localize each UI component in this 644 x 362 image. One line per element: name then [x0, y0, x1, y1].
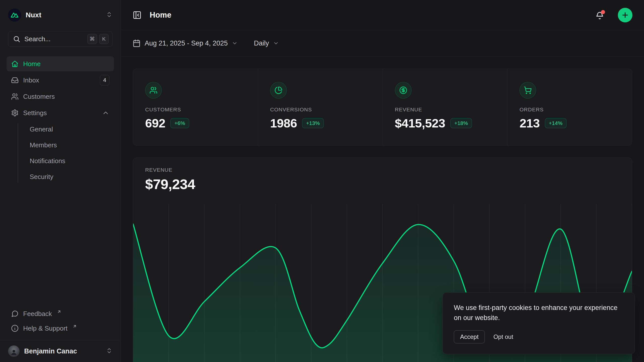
stat-delta-badge: +14% — [545, 118, 567, 128]
dollar-circle-icon — [395, 82, 412, 99]
stat-value: 213 — [519, 116, 540, 130]
chevrons-up-down-icon — [106, 347, 112, 355]
search-placeholder: Search... — [24, 35, 83, 43]
sidebar-item-members[interactable]: Members — [26, 138, 114, 153]
search-input[interactable]: Search... ⌘ K — [8, 31, 112, 47]
calendar-icon — [133, 39, 141, 47]
users-icon — [145, 82, 162, 99]
stat-value: $415,523 — [395, 116, 445, 130]
chevron-up-icon — [102, 109, 109, 117]
sidebar-nav: Home Inbox 4 Customers Settings General … — [7, 56, 114, 185]
sidebar: Nuxt Search... ⌘ K Home Inbox 4 Customer… — [0, 0, 121, 362]
chevrons-up-down-icon — [106, 11, 112, 19]
sidebar-item-label: Home — [23, 60, 109, 68]
panel-left-close-icon — [133, 11, 142, 20]
sidebar-item-label: Settings — [23, 109, 97, 117]
cookie-message: We use first-party cookies to enhance yo… — [454, 303, 624, 323]
page-title: Home — [148, 11, 589, 20]
help-support-label: Help & Support — [23, 325, 67, 332]
settings-subnav: General Members Notifications Security — [7, 122, 114, 184]
interval-select[interactable]: Daily — [254, 39, 279, 47]
collapse-sidebar-button[interactable] — [133, 11, 142, 20]
pie-chart-icon — [270, 82, 287, 99]
sub-item-label: Notifications — [30, 157, 65, 165]
sub-item-label: Security — [30, 173, 53, 181]
notification-dot — [601, 10, 605, 14]
sidebar-item-general[interactable]: General — [26, 122, 114, 137]
external-link-icon — [72, 323, 77, 330]
sidebar-item-home[interactable]: Home — [7, 56, 114, 71]
nuxt-logo-icon — [8, 9, 21, 22]
sidebar-footer: Feedback Help & Support — [0, 306, 120, 340]
sidebar-spacer — [0, 185, 120, 306]
accept-cookies-button[interactable]: Accept — [454, 330, 485, 343]
cookie-banner: We use first-party cookies to enhance yo… — [442, 292, 635, 354]
stat-label: Customers — [145, 107, 246, 113]
user-menu[interactable]: Benjamin Canac — [0, 340, 120, 362]
sub-item-label: General — [30, 125, 53, 133]
notifications-button[interactable] — [595, 11, 604, 20]
avatar — [8, 345, 20, 357]
sub-item-label: Members — [30, 141, 57, 149]
sidebar-item-label: Customers — [23, 93, 109, 101]
chevron-down-icon — [273, 40, 279, 46]
date-range-value: Aug 21, 2025 - Sep 4, 2025 — [145, 39, 228, 47]
stat-label: Orders — [519, 107, 620, 113]
stat-value: 1986 — [270, 116, 297, 130]
stat-revenue[interactable]: Revenue $415,523 +18% — [383, 69, 507, 145]
stat-delta-badge: +18% — [450, 118, 472, 128]
workspace-name: Nuxt — [26, 11, 101, 19]
stats-panel: Customers 692 +6% Conversions 1986 +13% — [133, 69, 632, 146]
kbd-k: K — [99, 34, 109, 44]
stat-label: Revenue — [395, 107, 495, 113]
user-name: Benjamin Canac — [24, 347, 101, 355]
filters-toolbar: Aug 21, 2025 - Sep 4, 2025 Daily — [121, 30, 644, 57]
opt-out-button[interactable]: Opt out — [493, 333, 513, 340]
chevron-down-icon — [232, 40, 238, 46]
page-header: Home — [121, 0, 644, 30]
feedback-link[interactable]: Feedback — [7, 306, 114, 321]
kbd-cmd: ⌘ — [87, 34, 97, 44]
gear-icon — [11, 109, 19, 117]
sidebar-item-notifications[interactable]: Notifications — [26, 153, 114, 168]
users-icon — [11, 93, 19, 100]
stat-orders[interactable]: Orders 213 +14% — [507, 69, 632, 145]
message-bubble-icon — [11, 310, 19, 318]
feedback-label: Feedback — [23, 310, 52, 318]
add-button[interactable] — [618, 8, 632, 22]
team-switcher[interactable]: Nuxt — [0, 0, 120, 28]
revenue-chart-header: REVENUE $79,234 — [133, 158, 632, 204]
revenue-chart-title: REVENUE — [145, 167, 620, 173]
stat-customers[interactable]: Customers 692 +6% — [133, 69, 258, 145]
inbox-count-badge: 4 — [100, 75, 109, 85]
sidebar-item-security[interactable]: Security — [26, 169, 114, 184]
sidebar-item-inbox[interactable]: Inbox 4 — [7, 73, 114, 88]
search-icon — [13, 35, 20, 43]
date-range-picker[interactable]: Aug 21, 2025 - Sep 4, 2025 — [133, 39, 238, 47]
interval-value: Daily — [254, 39, 269, 47]
plus-icon — [621, 11, 629, 19]
external-link-icon — [57, 308, 61, 316]
help-support-link[interactable]: Help & Support — [7, 321, 114, 336]
sidebar-item-label: Inbox — [23, 76, 95, 84]
stat-delta-badge: +13% — [302, 118, 324, 128]
revenue-chart-total: $79,234 — [145, 176, 620, 192]
stat-delta-badge: +6% — [170, 118, 189, 128]
stat-label: Conversions — [270, 107, 371, 113]
sidebar-item-customers[interactable]: Customers — [7, 89, 114, 104]
info-circle-icon — [11, 325, 19, 332]
home-icon — [11, 60, 19, 68]
inbox-icon — [11, 76, 19, 84]
shopping-cart-icon — [519, 82, 536, 99]
sidebar-item-settings[interactable]: Settings — [7, 105, 114, 120]
stat-conversions[interactable]: Conversions 1986 +13% — [258, 69, 383, 145]
search-shortcut: ⌘ K — [87, 34, 109, 44]
cookie-actions: Accept Opt out — [454, 330, 624, 343]
stat-value: 692 — [145, 116, 165, 130]
